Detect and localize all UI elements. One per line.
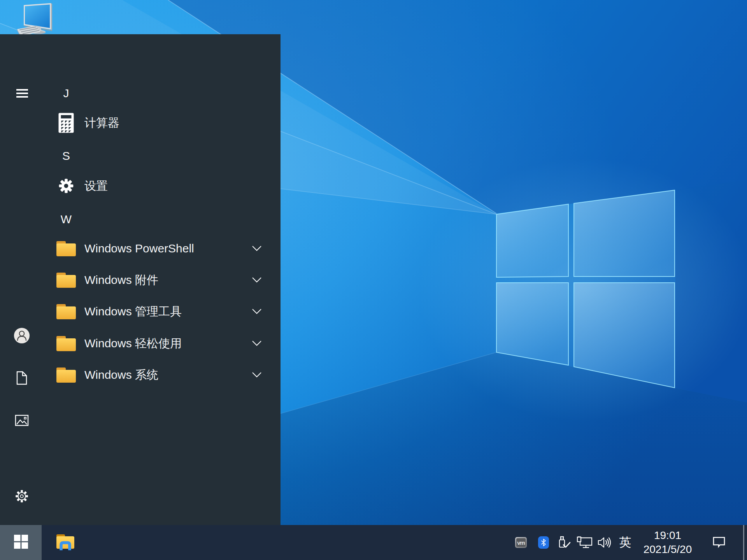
chevron-down-icon[interactable] — [251, 371, 262, 378]
file-explorer-icon — [56, 533, 75, 552]
calculator-icon — [55, 110, 77, 135]
documents-icon[interactable] — [12, 369, 31, 387]
app-item-windows-accessories[interactable]: Windows 附件 — [0, 264, 281, 296]
start-menu: J 计算器 S — [0, 34, 281, 525]
chevron-down-icon[interactable] — [251, 340, 262, 347]
hamburger-menu-icon[interactable] — [11, 83, 33, 104]
app-group-header-s[interactable]: S — [55, 145, 77, 167]
usb-eject-icon[interactable] — [556, 525, 573, 560]
chevron-down-icon[interactable] — [251, 308, 262, 315]
app-item-windows-admin-tools[interactable]: Windows 管理工具 — [0, 296, 281, 327]
bluetooth-icon[interactable] — [535, 525, 552, 560]
app-item-label: Windows 系统 — [84, 367, 158, 383]
app-item-label: 计算器 — [84, 115, 119, 131]
app-item-label: Windows 附件 — [84, 272, 158, 288]
taskbar-clock[interactable]: 19:01 2021/5/20 — [637, 525, 699, 560]
clock-date: 2021/5/20 — [644, 542, 692, 556]
folder-icon — [55, 268, 77, 292]
settings-gear-icon — [55, 173, 77, 198]
chevron-down-icon[interactable] — [251, 276, 262, 284]
folder-icon — [55, 362, 77, 387]
app-item-calculator[interactable]: 计算器 — [0, 107, 281, 138]
windows-logo-icon — [14, 535, 28, 550]
pictures-icon[interactable] — [12, 411, 31, 430]
app-group-header-w[interactable]: W — [55, 208, 77, 230]
app-item-windows-ease-of-access[interactable]: Windows 轻松使用 — [0, 328, 281, 359]
settings-icon[interactable] — [12, 487, 31, 506]
app-item-label: 设置 — [84, 178, 108, 194]
input-method-label: 英 — [619, 534, 631, 551]
this-pc-icon[interactable] — [13, 2, 54, 37]
bluetooth-badge — [538, 536, 549, 549]
show-desktop-button[interactable] — [743, 525, 744, 560]
volume-icon[interactable] — [596, 525, 614, 560]
taskbar: vm — [0, 525, 747, 560]
app-item-windows-powershell[interactable]: Windows PowerShell — [0, 233, 281, 264]
clock-time: 19:01 — [654, 528, 681, 542]
file-explorer-button[interactable] — [47, 525, 84, 560]
vmware-tools-icon[interactable]: vm — [513, 525, 529, 560]
folder-icon — [55, 236, 77, 261]
wired-network-icon[interactable] — [576, 525, 594, 560]
vm-badge: vm — [515, 537, 527, 548]
app-item-settings[interactable]: 设置 — [0, 170, 281, 201]
app-item-label: Windows PowerShell — [84, 242, 194, 255]
app-item-label: Windows 轻松使用 — [84, 336, 182, 352]
chevron-down-icon[interactable] — [251, 245, 262, 252]
app-item-label: Windows 管理工具 — [84, 304, 182, 320]
app-item-windows-system[interactable]: Windows 系统 — [0, 359, 281, 390]
desktop: J 计算器 S — [0, 0, 747, 560]
input-method-indicator[interactable]: 英 — [617, 525, 634, 560]
vm-label: vm — [516, 538, 526, 547]
start-button[interactable] — [0, 525, 42, 560]
user-avatar-icon[interactable] — [12, 326, 31, 345]
folder-icon — [55, 299, 77, 324]
action-center-icon[interactable] — [710, 525, 728, 560]
app-group-header-j[interactable]: J — [55, 82, 77, 104]
folder-icon — [55, 331, 77, 356]
